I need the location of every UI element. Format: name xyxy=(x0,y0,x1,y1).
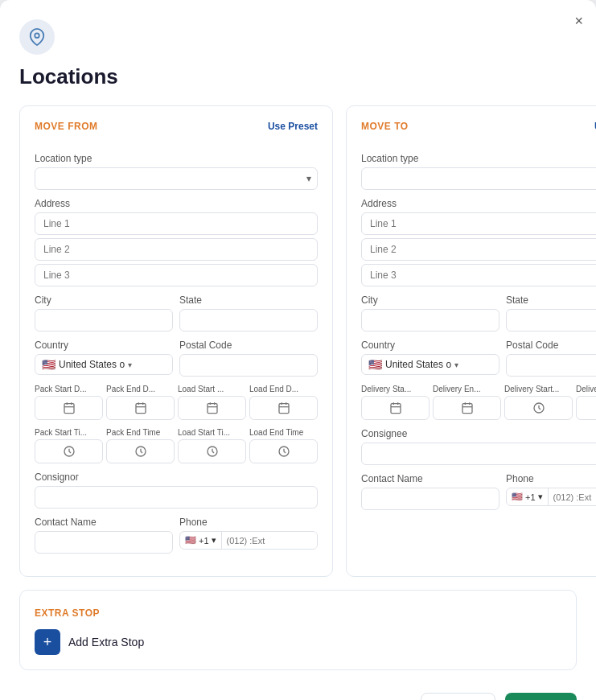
phone-to-prefix[interactable]: 🇺🇸 +1 ▾ xyxy=(507,488,549,505)
country-to-select[interactable]: 🇺🇸 United States o ▾ xyxy=(361,354,499,375)
sections-row: MOVE FROM Use Preset Location type Addre… xyxy=(19,105,577,577)
add-extra-stop-button[interactable]: + Add Extra Stop xyxy=(35,629,144,655)
phone-from-input[interactable] xyxy=(222,532,317,549)
load-start-d-from: Load Start ... xyxy=(178,385,246,420)
delivery-end-input[interactable] xyxy=(433,396,501,420)
state-to-input[interactable] xyxy=(506,309,596,331)
postal-to-group: Postal Code xyxy=(506,340,596,377)
city-state-to-row: City State xyxy=(361,294,596,331)
country-to-chevron: ▾ xyxy=(454,360,458,369)
address-line1-to[interactable] xyxy=(361,212,596,235)
delivery-start2-label: Delivery Start... xyxy=(504,385,573,393)
pack-end-d-label: Pack End D... xyxy=(106,385,175,393)
address-line1-from[interactable] xyxy=(35,212,318,235)
phone-from-label: Phone xyxy=(179,517,318,528)
contact-from-group: Contact Name xyxy=(35,517,173,554)
postal-from-input[interactable] xyxy=(179,354,318,377)
footer: Cancel Save xyxy=(19,686,577,700)
city-from-group: City xyxy=(35,294,173,331)
state-from-input[interactable] xyxy=(179,309,318,331)
consignor-from-input[interactable] xyxy=(35,486,318,509)
load-start-ti-from: Load Start Ti... xyxy=(178,428,246,463)
load-end-ti-from: Load End Time xyxy=(249,428,318,463)
svg-rect-21 xyxy=(391,404,401,414)
load-end-d-label: Load End D... xyxy=(249,385,318,393)
pack-end-ti-input[interactable] xyxy=(106,439,175,463)
load-end-d-input[interactable] xyxy=(249,396,318,420)
location-type-to-group: Location type xyxy=(361,153,596,190)
phone-to-chevron: ▾ xyxy=(538,492,543,502)
move-from-section: MOVE FROM Use Preset Location type Addre… xyxy=(19,105,333,577)
load-start-d-input[interactable] xyxy=(178,396,246,420)
us-flag-to: 🇺🇸 xyxy=(368,358,382,371)
delivery-end2-label: Delivery End ... xyxy=(576,385,596,393)
city-to-label: City xyxy=(361,294,499,306)
state-from-label: State xyxy=(179,294,318,306)
country-from-chevron: ▾ xyxy=(128,360,132,369)
plus-icon: + xyxy=(35,629,60,655)
location-type-from-select[interactable] xyxy=(35,167,318,190)
country-from-group: Country 🇺🇸 United States o ▾ xyxy=(35,340,173,377)
modal-icon xyxy=(19,19,55,55)
delivery-start-input[interactable] xyxy=(361,396,430,420)
load-start-ti-label: Load Start Ti... xyxy=(178,428,246,437)
save-button[interactable]: Save xyxy=(505,693,577,700)
address-line2-to[interactable] xyxy=(361,238,596,261)
page-title: Locations xyxy=(19,64,577,89)
state-to-group: State xyxy=(506,294,596,331)
contact-from-input[interactable] xyxy=(35,531,173,554)
cancel-button[interactable]: Cancel xyxy=(421,693,496,700)
pack-start-d-input[interactable] xyxy=(35,396,103,420)
country-from-select[interactable]: 🇺🇸 United States o ▾ xyxy=(35,354,173,375)
contact-to-label: Contact Name xyxy=(361,473,499,484)
address-from-group: Address xyxy=(35,198,318,286)
pack-end-d-input[interactable] xyxy=(106,396,175,420)
delivery-start2-to: Delivery Start... xyxy=(504,385,573,420)
phone-from-flag: 🇺🇸 xyxy=(185,535,196,546)
address-line3-to[interactable] xyxy=(361,264,596,286)
city-to-input[interactable] xyxy=(361,309,499,331)
load-start-ti-input[interactable] xyxy=(178,439,246,463)
contact-phone-to-row: Contact Name Phone 🇺🇸 +1 ▾ xyxy=(361,473,596,510)
pack-end-d-from: Pack End D... xyxy=(106,385,175,420)
consignee-to-label: Consignee xyxy=(361,428,596,439)
country-from-label: Country xyxy=(35,340,173,351)
location-type-to-wrapper xyxy=(361,167,596,190)
phone-to-input[interactable] xyxy=(549,488,596,505)
delivery-end2-input[interactable] xyxy=(576,396,596,420)
phone-from-group: Phone 🇺🇸 +1 ▾ xyxy=(179,517,318,554)
address-line2-from[interactable] xyxy=(35,238,318,261)
phone-from-chevron: ▾ xyxy=(212,535,216,546)
load-end-ti-input[interactable] xyxy=(249,439,318,463)
address-to-group: Address xyxy=(361,198,596,286)
pack-start-d-from: Pack Start D... xyxy=(35,385,103,420)
country-to-group: Country 🇺🇸 United States o ▾ xyxy=(361,340,499,377)
phone-to-wrapper: 🇺🇸 +1 ▾ xyxy=(506,488,596,506)
delivery-start-label: Delivery Sta... xyxy=(361,385,430,393)
move-to-title: MOVE TO xyxy=(361,121,409,132)
move-to-section: MOVE TO Use Preset Location type Address xyxy=(346,105,596,577)
state-to-label: State xyxy=(506,294,596,306)
country-from-text: United States o xyxy=(59,359,125,370)
address-line3-from[interactable] xyxy=(35,264,318,286)
pack-start-ti-from: Pack Start Ti... xyxy=(35,428,103,463)
delivery-start2-input[interactable] xyxy=(504,396,573,420)
city-from-input[interactable] xyxy=(35,309,173,331)
use-preset-from-button[interactable]: Use Preset xyxy=(268,121,318,132)
delivery-end-label: Delivery En... xyxy=(433,385,501,393)
svg-rect-1 xyxy=(64,404,74,414)
pack-start-ti-input[interactable] xyxy=(35,439,103,463)
postal-to-input[interactable] xyxy=(506,354,596,377)
delivery-dates-to: Delivery Sta... Delivery En... Delivery … xyxy=(361,385,596,420)
close-button[interactable]: × xyxy=(574,13,583,30)
svg-rect-5 xyxy=(136,404,146,414)
postal-from-group: Postal Code xyxy=(179,340,318,377)
consignee-to-input[interactable] xyxy=(361,443,596,465)
phone-from-prefix[interactable]: 🇺🇸 +1 ▾ xyxy=(180,532,222,549)
delivery-end-to: Delivery En... xyxy=(433,385,501,420)
country-postal-from-row: Country 🇺🇸 United States o ▾ Postal Code xyxy=(35,340,318,377)
contact-to-input[interactable] xyxy=(361,488,499,510)
city-state-from-row: City State xyxy=(35,294,318,331)
location-type-to-select[interactable] xyxy=(361,167,596,190)
modal-container: × Locations MOVE FROM Use Preset Locatio… xyxy=(0,0,596,700)
